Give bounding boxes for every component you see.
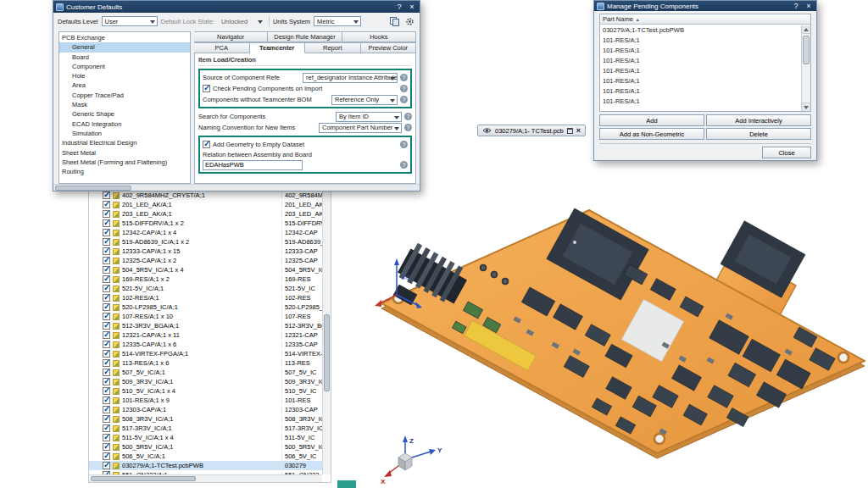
scrollbar-thumb[interactable] [803, 36, 810, 64]
tab[interactable]: Report [305, 42, 361, 53]
part-checkbox[interactable] [103, 294, 110, 302]
check-pending-checkbox[interactable] [203, 85, 210, 92]
dialog-titlebar[interactable]: Customer Defaults ? × [53, 1, 420, 13]
close-tab-icon[interactable]: × [576, 127, 581, 135]
part-checkbox[interactable] [103, 257, 110, 264]
scroll-down-arrow[interactable] [802, 103, 810, 111]
scroll-up-arrow[interactable] [802, 25, 810, 34]
part-checkbox[interactable] [103, 219, 110, 227]
help-icon[interactable] [400, 141, 408, 148]
source-select[interactable]: ref_designator Instance Attribute [303, 73, 398, 83]
part-row[interactable]: 510_5V_IC/A;1 x 4 510_5V_IC [89, 386, 322, 396]
defaults-level-select[interactable]: User [102, 16, 158, 26]
help-icon[interactable] [400, 161, 408, 169]
lock-state-select[interactable]: Unlocked [218, 16, 265, 26]
tab[interactable]: Teamcenter [250, 42, 306, 53]
part-checkbox[interactable] [103, 424, 110, 432]
part-checkbox[interactable] [103, 434, 110, 441]
scrollbar-thumb[interactable] [324, 314, 330, 391]
part-row[interactable]: 102-RES/A;1 102-RES [89, 293, 322, 302]
naming-select[interactable]: Component Part Number [319, 123, 402, 133]
part-checkbox[interactable] [103, 229, 110, 236]
part-row[interactable]: 12333-CAP/A;1 x 15 12333-CAP [89, 247, 322, 256]
table-row[interactable]: 101-RES/A;1 [600, 66, 801, 76]
part-checkbox[interactable] [103, 275, 110, 283]
part-row[interactable]: 521-5V_IC/A;1 521-5V_IC [89, 284, 322, 293]
part-checkbox[interactable] [103, 452, 110, 460]
parts-vertical-scrollbar[interactable] [322, 167, 331, 474]
part-row[interactable]: 12335-CAP/A;1 x 6 12335-CAP [89, 340, 322, 349]
part-row[interactable]: 517-3R3V_IC/A;1 517-3R3V_IC [89, 424, 322, 433]
tree-item[interactable]: Hole [59, 71, 190, 80]
close-dialog-button[interactable]: Close [762, 147, 811, 158]
part-checkbox[interactable] [103, 350, 110, 358]
scrollbar-thumb[interactable] [55, 186, 131, 191]
part-checkbox[interactable] [103, 238, 110, 246]
tab[interactable]: Hooks [342, 31, 416, 42]
part-checkbox[interactable] [103, 331, 110, 339]
part-checkbox[interactable] [103, 341, 110, 348]
table-header[interactable]: Part Name ▲ [600, 14, 810, 25]
tab[interactable]: Navigator [194, 31, 268, 42]
dialog-titlebar[interactable]: Manage Pending Components ? × [594, 1, 816, 11]
manage-defaults-icon[interactable] [403, 15, 415, 27]
part-row[interactable]: 12303-CAP/A;1 12303-CAP [89, 405, 322, 414]
tree-item[interactable]: Sheet Metal [59, 148, 190, 158]
tab[interactable]: Design Rule Manager [268, 31, 342, 42]
add-geometry-checkbox[interactable] [203, 141, 210, 148]
part-row[interactable]: 511-5V_IC/A;1 x 4 511-5V_IC [89, 433, 322, 442]
tree-item[interactable]: Industrial Electrical Design [59, 138, 190, 147]
tree-item[interactable]: Component [59, 62, 190, 71]
part-row[interactable]: 169-RES/A;1 x 2 169-RES [89, 274, 322, 284]
part-row[interactable]: 504_5R5V_IC/A;1 x 4 504_5R5V_IC [89, 265, 322, 274]
part-row[interactable]: 113-RES/A;1 x 6 113-RES [89, 358, 322, 368]
relation-input[interactable] [203, 160, 303, 170]
part-checkbox[interactable] [103, 462, 110, 469]
part-checkbox[interactable] [103, 191, 110, 199]
help-icon[interactable] [404, 113, 412, 120]
tree-item[interactable]: Simulation [59, 129, 190, 138]
help-icon[interactable] [400, 85, 408, 92]
parts-horizontal-scrollbar[interactable] [89, 474, 322, 482]
help-button[interactable]: ? [394, 2, 404, 12]
document-tab[interactable]: 030279/A;1- TCTest.pcb × [477, 125, 586, 136]
part-row[interactable]: 101-RES/A;1 x 9 101-RES [89, 396, 322, 405]
table-row[interactable]: 030279/A;1-TCTest.pcbPWB [600, 25, 801, 36]
part-checkbox[interactable] [103, 369, 110, 376]
part-checkbox[interactable] [103, 415, 110, 423]
part-checkbox[interactable] [103, 201, 110, 208]
part-checkbox[interactable] [103, 378, 110, 385]
add-non-geometric-button[interactable]: Add as Non-Geometric [599, 128, 704, 140]
tree-item[interactable]: Generic Shape [59, 109, 190, 119]
part-checkbox[interactable] [103, 387, 110, 395]
part-checkbox[interactable] [103, 303, 110, 311]
part-checkbox[interactable] [103, 359, 110, 367]
help-button[interactable]: ? [791, 1, 801, 11]
part-row[interactable]: 201_LED_AK/A;1 201_LED_AK [89, 200, 322, 209]
pin-window-icon[interactable] [567, 128, 573, 134]
add-button[interactable]: Add [599, 114, 704, 126]
units-select[interactable]: Metric [314, 16, 361, 26]
part-row[interactable]: 520-LP2985_IC/A;1 520-LP2985_IC [89, 302, 322, 312]
tree-item[interactable]: Routing [59, 167, 190, 176]
part-row[interactable]: 508_3R3V_IC/A;1 508_3R3V_IC [89, 414, 322, 424]
part-row[interactable]: 506_5V_IC/A;1 506_5V_IC [89, 452, 322, 461]
part-checkbox[interactable] [103, 247, 110, 255]
part-row[interactable]: 12321-CAP/A;1 x 11 12321-CAP [89, 330, 322, 340]
tree-item[interactable]: PCB Exchange [59, 33, 190, 42]
part-row[interactable]: 030279/A;1-TCTest.pcbPWB 030279 [89, 461, 322, 470]
part-checkbox[interactable] [103, 266, 110, 274]
help-icon[interactable] [400, 74, 408, 81]
table-row[interactable]: 101-RES/A;1 [600, 46, 801, 56]
part-row[interactable]: 12325-CAP/A;1 x 2 12325-CAP [89, 256, 322, 265]
tree-item[interactable]: Copper Trace/Pad [59, 91, 190, 100]
tree-item[interactable]: Board [59, 53, 190, 62]
part-checkbox[interactable] [103, 210, 110, 218]
help-icon[interactable] [404, 124, 412, 131]
part-row[interactable]: 507_5V_IC/A;1 507_5V_IC [89, 368, 322, 377]
part-row[interactable]: 509_3R3V_IC/A;1 509_3R3V_IC [89, 377, 322, 386]
bom-select[interactable]: Reference Only [331, 95, 398, 105]
tree-item[interactable]: General [59, 42, 190, 52]
part-row[interactable]: 514-VIRTEX-FPGA/A;1 514-VIRTEX-FPGA [89, 349, 322, 358]
part-checkbox[interactable] [103, 322, 110, 330]
